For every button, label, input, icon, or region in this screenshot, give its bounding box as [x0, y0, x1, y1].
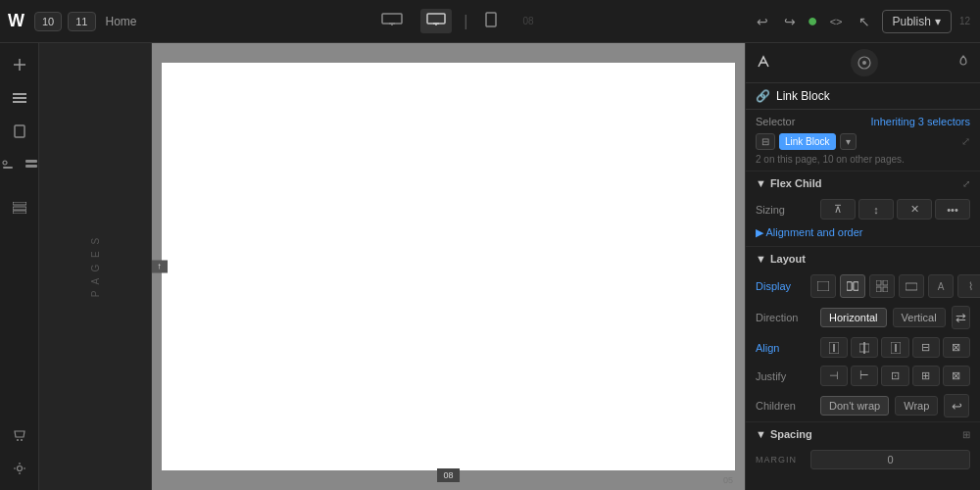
- wrap-reverse-btn[interactable]: ↩: [944, 394, 969, 417]
- toolbar-right: ↩ ↪ ● <> ↖ Publish ▾ 12: [753, 10, 980, 33]
- justify-label: Justify: [756, 370, 814, 382]
- display-btn-grid[interactable]: [869, 274, 895, 298]
- back-nav-btn[interactable]: 10: [34, 12, 62, 31]
- align-buttons: ⊟ ⊠: [820, 337, 970, 358]
- display-row: Display A ⌇: [746, 270, 980, 302]
- svg-rect-31: [876, 287, 881, 292]
- direction-reverse-btn[interactable]: ⇄: [952, 306, 970, 329]
- svg-rect-3: [427, 14, 445, 24]
- flex-child-header[interactable]: ▼ Flex Child ⤢: [746, 172, 980, 195]
- selector-inheriting[interactable]: Inheriting 3 selectors: [871, 116, 971, 127]
- direction-vertical-btn[interactable]: Vertical: [893, 308, 946, 327]
- forward-nav-btn[interactable]: 11: [68, 12, 95, 31]
- align-btn-4[interactable]: ⊠: [943, 337, 970, 358]
- element-link-icon: 🔗: [756, 89, 770, 103]
- right-panel-tabs: [746, 43, 980, 83]
- flex-child-expand-icon[interactable]: ⤢: [962, 178, 970, 189]
- display-btn-inline[interactable]: [899, 274, 924, 298]
- svg-rect-32: [883, 287, 888, 292]
- left-panel-label: P A G E S: [90, 236, 101, 297]
- flex-child-section: ▼ Flex Child ⤢ Sizing ⊼ ↕ ✕ ••• ▶ Alignm…: [746, 172, 980, 247]
- svg-rect-27: [847, 282, 852, 291]
- flex-child-arrow: ▼: [756, 177, 766, 189]
- alignment-link[interactable]: ▶ Alignment and order: [746, 223, 980, 242]
- selector-tag-dropdown[interactable]: ▾: [840, 133, 857, 150]
- justify-btn-0[interactable]: ⊣: [820, 366, 848, 386]
- margin-value[interactable]: 0: [810, 450, 970, 469]
- svg-point-22: [17, 466, 22, 471]
- tab-07[interactable]: [951, 51, 976, 75]
- selector-label: Selector: [756, 116, 795, 127]
- layout-header[interactable]: ▼ Layout: [746, 247, 980, 270]
- forward-icon: 11: [75, 16, 87, 27]
- align-btn-3[interactable]: ⊟: [912, 337, 940, 358]
- align-btn-2[interactable]: [881, 337, 908, 358]
- spacing-expand-icon[interactable]: ⊞: [962, 429, 970, 440]
- justify-btn-2[interactable]: ⊡: [881, 366, 908, 386]
- sidebar-item-layers2[interactable]: [6, 194, 33, 221]
- page-title: Home: [106, 15, 137, 28]
- device-btn-tablet[interactable]: [479, 8, 503, 34]
- wrap-btn-wrap[interactable]: Wrap: [895, 396, 938, 416]
- svg-rect-17: [13, 202, 26, 205]
- svg-rect-26: [817, 281, 829, 291]
- sizing-btn-more[interactable]: •••: [935, 199, 970, 220]
- right-panel: 🔗 Link Block Selector Inheriting 3 selec…: [745, 43, 980, 490]
- sidebar-item-add[interactable]: [6, 51, 33, 78]
- justify-btn-1[interactable]: ⊢: [851, 366, 878, 386]
- canvas-label-left: ←: [152, 261, 168, 273]
- svg-rect-29: [876, 280, 881, 285]
- publish-btn[interactable]: Publish ▾: [882, 10, 952, 33]
- element-header: 🔗 Link Block: [746, 83, 980, 110]
- justify-buttons: ⊣ ⊢ ⊡ ⊞ ⊠: [820, 366, 970, 386]
- sidebar-item-assets[interactable]: [0, 151, 19, 178]
- selector-tags: ⊟ Link Block ▾ ⤢: [756, 133, 970, 150]
- sidebar-item-shop[interactable]: [6, 421, 33, 449]
- redo-btn[interactable]: ↪: [780, 10, 800, 33]
- svg-rect-30: [883, 280, 888, 285]
- margin-row: MARGIN 0: [746, 446, 980, 473]
- device-btn-desktop-large[interactable]: [375, 9, 409, 33]
- svg-rect-14: [3, 167, 13, 169]
- selector-section: Selector Inheriting 3 selectors ⊟ Link B…: [746, 110, 980, 172]
- wrap-btn-dont[interactable]: Don't wrap: [820, 396, 889, 416]
- spacing-header[interactable]: ▼ Spacing ⊞: [746, 422, 980, 446]
- sizing-btn-grow[interactable]: ↕: [858, 199, 894, 220]
- cursor-btn[interactable]: ↖: [855, 10, 874, 33]
- display-btn-flex[interactable]: [840, 274, 865, 298]
- align-label: Align: [756, 342, 814, 354]
- align-btn-0[interactable]: [820, 337, 848, 358]
- svg-rect-0: [382, 14, 402, 24]
- sizing-btn-shrink[interactable]: ⊼: [820, 199, 856, 220]
- sizing-row: Sizing ⊼ ↕ ✕ •••: [746, 195, 980, 223]
- justify-btn-3[interactable]: ⊞: [912, 366, 940, 386]
- flex-child-title: ▼ Flex Child: [756, 177, 821, 189]
- sidebar-item-pages[interactable]: [6, 118, 33, 145]
- publish-label: Publish: [893, 15, 931, 28]
- element-name: Link Block: [776, 89, 830, 103]
- publish-arrow-icon: ▾: [935, 15, 941, 28]
- svg-rect-16: [25, 165, 37, 168]
- code-toggle-btn[interactable]: <>: [826, 12, 847, 31]
- selector-tag-icon[interactable]: ⊟: [756, 133, 775, 150]
- svg-rect-19: [13, 211, 26, 214]
- justify-row: Justify ⊣ ⊢ ⊡ ⊞ ⊠: [746, 362, 980, 390]
- canvas-area[interactable]: ← 08 05: [152, 43, 745, 490]
- display-btn-block[interactable]: [810, 274, 836, 298]
- selector-tag-link-block[interactable]: Link Block: [779, 133, 836, 150]
- top-toolbar: W 10 11 Home | 08 ↩ ↪ ● <> ↖ Publish ▾ 1…: [0, 0, 980, 43]
- align-btn-1[interactable]: [851, 337, 878, 358]
- label-12: 12: [959, 16, 970, 26]
- device-btn-desktop[interactable]: [420, 9, 452, 33]
- display-btn-text[interactable]: A: [928, 274, 954, 298]
- sidebar-item-layers[interactable]: [6, 84, 33, 112]
- sizing-label: Sizing: [756, 204, 814, 216]
- sidebar-item-settings[interactable]: [6, 455, 33, 482]
- display-btn-none[interactable]: ⌇: [957, 274, 980, 298]
- direction-horizontal-btn[interactable]: Horizontal: [820, 308, 887, 327]
- sizing-btn-none[interactable]: ✕: [897, 199, 932, 220]
- undo-btn[interactable]: ↩: [753, 10, 772, 33]
- tab-style[interactable]: [750, 50, 777, 76]
- tab-06[interactable]: [851, 49, 878, 76]
- justify-btn-4[interactable]: ⊠: [943, 366, 970, 386]
